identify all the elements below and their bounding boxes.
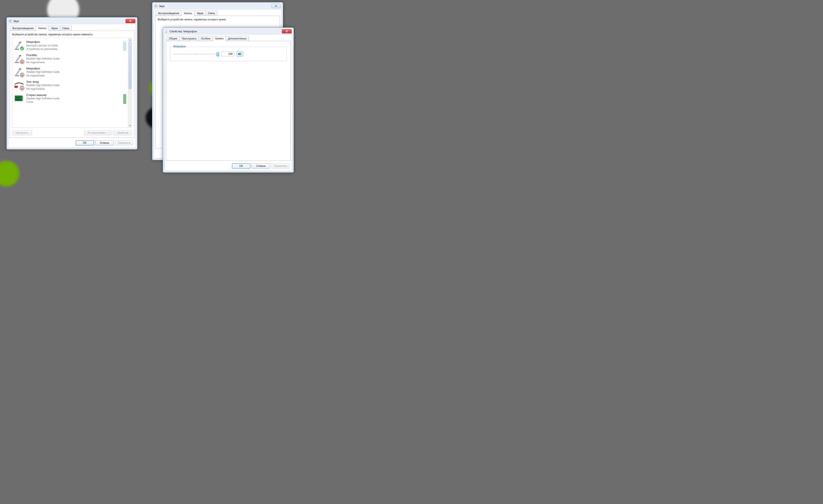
device-item[interactable]: FrontMicRealtek High Definition AudioНе … bbox=[13, 52, 128, 65]
svg-rect-6 bbox=[15, 62, 19, 63]
ok-button[interactable]: OK bbox=[75, 140, 94, 145]
prompt-text: Выберите устройство записи, параметры ко… bbox=[12, 33, 132, 36]
slider-thumb[interactable] bbox=[216, 52, 219, 56]
device-text: МикрофонMicrosoft LifeCam VX-5000.Устрой… bbox=[26, 40, 121, 51]
close-button[interactable] bbox=[126, 19, 135, 23]
device-list[interactable]: МикрофонMicrosoft LifeCam VX-5000.Устрой… bbox=[12, 38, 132, 128]
tab-communications[interactable]: Связь bbox=[206, 11, 217, 16]
tab-general[interactable]: Общие bbox=[166, 36, 179, 41]
prompt-text: Выберите устройство записи, параметры ко… bbox=[158, 18, 278, 21]
window-title: Звук bbox=[13, 19, 126, 23]
set-default-label: По умолчанию bbox=[88, 131, 105, 134]
tab-strip: Воспроизведение Запись Звуки Связь bbox=[10, 26, 134, 31]
sound-icon bbox=[154, 4, 158, 8]
configure-button[interactable]: Настроить bbox=[12, 130, 32, 135]
svg-point-1 bbox=[10, 20, 11, 22]
tab-recording[interactable]: Запись bbox=[36, 26, 49, 31]
svg-point-17 bbox=[18, 97, 20, 98]
scroll-up-icon[interactable]: ▲ bbox=[128, 38, 132, 41]
tab-playback[interactable]: Воспроизведение bbox=[10, 26, 36, 31]
device-status: Не подключено bbox=[26, 87, 127, 91]
group-legend: Микрофон bbox=[172, 45, 186, 48]
level-meter bbox=[123, 40, 126, 50]
svg-point-8 bbox=[19, 68, 21, 70]
scrollbar[interactable]: ▲ ▼ bbox=[128, 38, 132, 128]
svg-point-16 bbox=[16, 97, 18, 98]
apply-button[interactable]: Применить bbox=[271, 163, 290, 169]
tab-advanced[interactable]: Дополнительно bbox=[226, 36, 249, 41]
scrollbar-thumb[interactable] bbox=[129, 42, 131, 89]
microphone-level-group: Микрофон bbox=[170, 47, 287, 61]
svg-point-5 bbox=[19, 55, 21, 56]
device-status: Не подключено bbox=[26, 60, 127, 64]
soundcard-icon bbox=[14, 94, 24, 104]
device-desc: Realtek High Definition Audio bbox=[26, 97, 121, 100]
tab-sounds[interactable]: Звуки bbox=[194, 11, 206, 16]
device-status: Не подключено bbox=[26, 74, 127, 77]
close-button[interactable] bbox=[271, 4, 281, 8]
ok-button[interactable]: OK bbox=[232, 163, 251, 169]
svg-rect-14 bbox=[15, 96, 22, 101]
svg-rect-9 bbox=[15, 75, 19, 76]
tab-recording[interactable]: Запись bbox=[181, 11, 194, 16]
sound-icon bbox=[9, 19, 12, 23]
svg-rect-11 bbox=[14, 86, 18, 88]
mic-icon bbox=[14, 40, 24, 50]
svg-rect-18 bbox=[16, 100, 21, 100]
svg-point-2 bbox=[19, 41, 21, 43]
tab-levels[interactable]: Уровни bbox=[213, 36, 226, 41]
device-text: МикрофонRealtek High Definition AudioНе … bbox=[26, 66, 127, 77]
device-name: Лин. вход bbox=[26, 80, 127, 84]
chevron-down-icon: ▼ bbox=[105, 132, 107, 134]
tab-strip: Общие Прослушать Особые Уровни Дополните… bbox=[166, 36, 291, 41]
device-item[interactable]: МикрофонRealtek High Definition AudioНе … bbox=[13, 65, 128, 78]
properties-button[interactable]: Свойства bbox=[113, 130, 132, 135]
device-name: FrontMic bbox=[26, 53, 127, 57]
linein-icon bbox=[14, 80, 24, 91]
level-value-input[interactable] bbox=[221, 52, 234, 56]
device-name: Микрофон bbox=[26, 66, 127, 70]
device-text: Лин. входRealtek High Definition AudioНе… bbox=[26, 80, 127, 91]
device-item[interactable]: Лин. входRealtek High Definition AudioНе… bbox=[13, 78, 128, 92]
device-item[interactable]: Стерео микшерRealtek High Definition Aud… bbox=[13, 92, 128, 105]
device-status: Устройство по умолчанию bbox=[26, 47, 121, 51]
mic-icon bbox=[14, 67, 24, 77]
window-title: Свойства: Микрофон bbox=[170, 30, 282, 33]
level-meter bbox=[123, 94, 126, 104]
mute-button[interactable] bbox=[236, 51, 243, 56]
cancel-button[interactable]: Отмена bbox=[95, 140, 114, 145]
tab-listen[interactable]: Прослушать bbox=[179, 36, 199, 41]
device-desc: Realtek High Definition Audio bbox=[26, 57, 127, 60]
close-button[interactable] bbox=[282, 29, 292, 33]
window-title: Звук bbox=[159, 4, 271, 8]
tab-body-recording: Выберите устройство записи, параметры ко… bbox=[10, 31, 134, 138]
titlebar[interactable]: Свойства: Микрофон bbox=[164, 29, 292, 34]
titlebar[interactable]: Звук bbox=[154, 4, 281, 9]
device-desc: Realtek High Definition Audio bbox=[26, 83, 127, 87]
speaker-icon bbox=[238, 52, 242, 56]
device-desc: Microsoft LifeCam VX-5000. bbox=[26, 44, 121, 47]
device-name: Стерео микшер bbox=[26, 93, 121, 97]
tab-body-levels: Микрофон bbox=[166, 41, 291, 161]
apply-button[interactable]: Применить bbox=[115, 140, 133, 145]
svg-rect-15 bbox=[22, 96, 24, 101]
tab-custom[interactable]: Особые bbox=[198, 36, 213, 41]
mic-properties-window: Свойства: Микрофон Общие Прослушать Особ… bbox=[163, 27, 294, 173]
microphone-icon bbox=[165, 30, 168, 33]
device-text: FrontMicRealtek High Definition AudioНе … bbox=[26, 53, 127, 64]
tab-strip: Воспроизведение Запись Звуки Связь bbox=[156, 11, 280, 16]
tab-playback[interactable]: Воспроизведение bbox=[156, 11, 182, 16]
device-text: Стерео микшерRealtek High Definition Aud… bbox=[26, 93, 121, 104]
set-default-button[interactable]: По умолчанию ▼ bbox=[84, 130, 112, 135]
svg-point-4 bbox=[20, 46, 24, 50]
cancel-button[interactable]: Отмена bbox=[252, 163, 270, 169]
scroll-down-icon[interactable]: ▼ bbox=[128, 124, 132, 128]
device-name: Микрофон bbox=[26, 40, 121, 44]
device-status: Готов bbox=[26, 100, 121, 104]
device-item[interactable]: МикрофонMicrosoft LifeCam VX-5000.Устрой… bbox=[13, 39, 128, 52]
tab-sounds[interactable]: Звуки bbox=[49, 26, 60, 31]
titlebar[interactable]: Звук bbox=[8, 19, 136, 24]
tab-communications[interactable]: Связь bbox=[60, 26, 72, 31]
sound-window-recording: Звук Воспроизведение Запись Звуки Связь … bbox=[6, 17, 138, 150]
level-slider[interactable] bbox=[174, 51, 219, 57]
